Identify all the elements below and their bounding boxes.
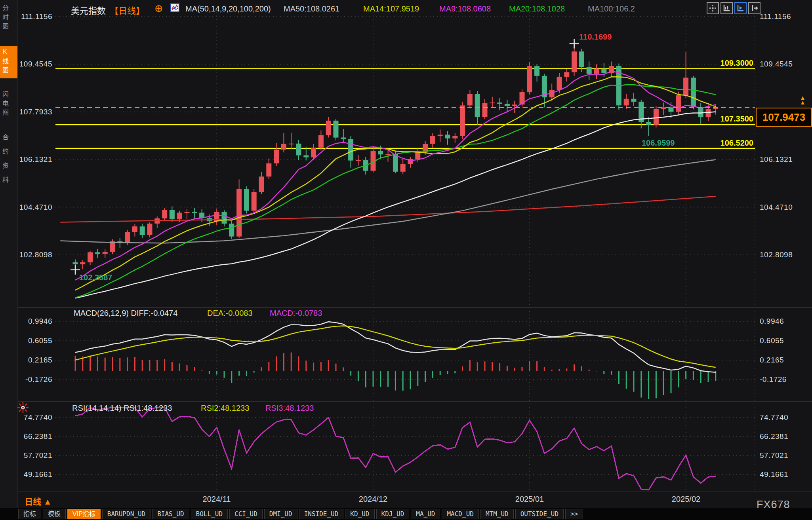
tab-barupdn[interactable]: BARUPDN_UD bbox=[102, 509, 151, 519]
rail-tab-contract-info[interactable]: 合约资料 bbox=[0, 131, 17, 193]
axis-tick: 106.1321 bbox=[18, 155, 52, 164]
low-price-label: 106.9599 bbox=[642, 139, 675, 148]
axis-tick: 0.6055 bbox=[18, 336, 52, 345]
axis-tick: 111.1156 bbox=[760, 12, 807, 21]
indicator-toolbar: 指标 模板 VIP指标 BARUPDN_UD BIAS_UD BOLL_UD C… bbox=[0, 508, 812, 520]
tab-cci[interactable]: CCI_UD bbox=[229, 509, 263, 519]
axis-tick: 57.7021 bbox=[18, 451, 52, 460]
rail-tab-time-chart[interactable]: 分时图 bbox=[0, 2, 17, 34]
tab-vip-indicator[interactable]: VIP指标 bbox=[67, 509, 101, 519]
rail-tab-lightning-chart[interactable]: 闪电图 bbox=[0, 89, 17, 121]
tab-kd[interactable]: KD_UD bbox=[345, 509, 374, 519]
rsi-header-rsi1: RSI(14,14,14) RSI1:48.1233 bbox=[72, 404, 172, 413]
tab-outside[interactable]: OUTSIDE_UD bbox=[515, 509, 564, 519]
rsi-header-rsi3: RSI3:48.1233 bbox=[265, 404, 314, 413]
axis-tick: 109.4545 bbox=[760, 60, 807, 68]
tab-boll[interactable]: BOLL_UD bbox=[191, 509, 228, 519]
ma100-value: MA100:106.2 bbox=[588, 4, 635, 13]
ma9-value: MA9:108.0608 bbox=[439, 4, 491, 13]
symbol-title: 美元指数 bbox=[71, 4, 106, 16]
level-label-107.35: 107.3500 bbox=[709, 114, 753, 123]
tab-ma[interactable]: MA_UD bbox=[411, 509, 440, 519]
period-selector[interactable]: 日线 ▲ bbox=[25, 495, 52, 507]
axis-scale-tool-icon[interactable] bbox=[721, 2, 733, 14]
date-label: 2024/11 bbox=[197, 495, 236, 504]
ma14-value: MA14:107.9519 bbox=[363, 4, 419, 13]
axis-tick: 49.1661 bbox=[760, 470, 807, 479]
macd-header-dea: DEA:-0.0083 bbox=[207, 309, 253, 318]
tab-macd[interactable]: MACD_UD bbox=[442, 509, 478, 519]
axis-tick: 0.2165 bbox=[18, 356, 52, 364]
axis-tick: 109.4545 bbox=[18, 60, 52, 68]
level-label-109.30: 109.3000 bbox=[709, 59, 753, 68]
axis-tick: 66.2381 bbox=[18, 432, 52, 441]
ma-settings-label: MA(50,14,9,20,100,200) bbox=[185, 4, 271, 13]
left-rail: 分时图 K线图 闪电图 合约资料 bbox=[0, 0, 18, 508]
date-label: 2025/02 bbox=[666, 495, 706, 504]
current-price-badge: 107.9473 bbox=[756, 108, 812, 127]
tab-indicator[interactable]: 指标 bbox=[18, 509, 41, 519]
tab-inside[interactable]: INSIDE_UD bbox=[299, 509, 344, 519]
axis-tick: 104.4710 bbox=[18, 203, 52, 212]
axis-tick: 0.2165 bbox=[760, 356, 807, 364]
axis-tick: 111.1156 bbox=[18, 12, 52, 21]
price-up-arrow-icon: ▲▲ bbox=[800, 95, 806, 105]
chart-canvas[interactable] bbox=[0, 0, 812, 508]
axis-tick: 74.7740 bbox=[760, 413, 807, 422]
axis-tick: 107.7933 bbox=[18, 108, 52, 116]
ma50-value: MA50:108.0261 bbox=[284, 4, 339, 13]
axis-tick: 104.4710 bbox=[760, 203, 807, 212]
level-label-106.52: 106.5200 bbox=[709, 139, 753, 148]
axis-tick: -0.1726 bbox=[760, 375, 807, 384]
macd-header-diff: MACD(26,12,9) DIFF:-0.0474 bbox=[74, 309, 177, 318]
tab-kdj[interactable]: KDJ_UD bbox=[376, 509, 410, 519]
tab-mtm[interactable]: MTM_UD bbox=[480, 509, 514, 519]
axis-tick: 66.2381 bbox=[760, 432, 807, 441]
axis-tick: 74.7740 bbox=[18, 413, 52, 422]
right-edge-tool-icon[interactable] bbox=[748, 2, 761, 14]
tab-dmi[interactable]: DMI_UD bbox=[264, 509, 297, 519]
tab-bias[interactable]: BIAS_UD bbox=[152, 509, 189, 519]
move-tool-icon[interactable] bbox=[707, 2, 719, 14]
axis-tick: 0.9946 bbox=[18, 317, 52, 326]
axis-tick: 0.9946 bbox=[760, 317, 807, 326]
low-price-label: 102.2887 bbox=[79, 273, 112, 282]
chart-type-icon[interactable] bbox=[170, 3, 179, 14]
rsi-header-rsi2: RSI2:48.1233 bbox=[201, 404, 249, 413]
rail-tab-kline-chart[interactable]: K线图 bbox=[0, 46, 17, 78]
high-price-label: 110.1699 bbox=[579, 32, 612, 42]
ma20-value: MA20:108.1028 bbox=[509, 4, 565, 13]
date-label: 2024/12 bbox=[353, 495, 393, 504]
axis-tick: 102.8098 bbox=[760, 251, 807, 259]
trading-terminal: 分时图 K线图 闪电图 合约资料 美元指数 【日线】 ⊕ MA(50,14,9,… bbox=[0, 0, 812, 520]
date-label: 2025/01 bbox=[510, 495, 549, 504]
axis-tick: -0.1726 bbox=[18, 375, 52, 384]
axis-tick: 106.1321 bbox=[760, 155, 807, 164]
auto-scale-tool-icon[interactable] bbox=[734, 2, 747, 14]
chart-toolbar bbox=[707, 2, 761, 14]
axis-tick: 102.8098 bbox=[18, 251, 52, 259]
axis-tick: 0.6055 bbox=[760, 336, 807, 345]
macd-header-macd: MACD:-0.0783 bbox=[270, 309, 322, 318]
period-tag: 【日线】 bbox=[110, 4, 145, 16]
tab-template[interactable]: 模板 bbox=[43, 509, 66, 519]
tab-more[interactable]: >> bbox=[565, 509, 583, 519]
add-indicator-icon[interactable]: ⊕ bbox=[154, 2, 163, 15]
axis-tick: 57.7021 bbox=[760, 451, 807, 460]
axis-tick: 49.1661 bbox=[18, 470, 52, 479]
